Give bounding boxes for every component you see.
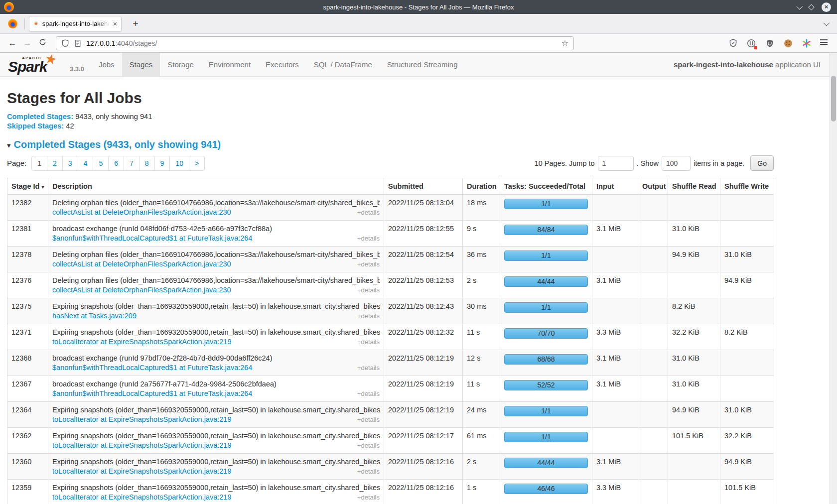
description-cell: Expiring snapshots (older_than=166932055… — [48, 402, 384, 428]
tab-close-icon[interactable]: × — [113, 20, 117, 28]
shuffle-read-cell: 94.9 KiB — [668, 247, 720, 272]
nav-tab-executors[interactable]: Executors — [258, 53, 306, 76]
page-button-6[interactable]: 6 — [108, 156, 124, 170]
callsite-link[interactable]: collectAsList at DeleteOrphanFilesSparkA… — [52, 286, 231, 294]
header-tasks[interactable]: Tasks: Succeeded/Total — [500, 178, 592, 195]
page-button-10[interactable]: 10 — [169, 156, 189, 170]
nav-tab-storage[interactable]: Storage — [160, 53, 201, 76]
tasks-count: 44/44 — [504, 458, 588, 468]
application-name: spark-ingest-into-lakehouse — [674, 60, 773, 69]
caret-down-icon: ▾ — [7, 141, 11, 149]
window-maximize-button[interactable] — [808, 4, 815, 10]
page-button-3[interactable]: 3 — [62, 156, 78, 170]
callsite-link[interactable]: collectAsList at DeleteOrphanFilesSparkA… — [52, 260, 231, 268]
forward-button[interactable]: → — [20, 38, 35, 48]
items-per-page-input[interactable] — [662, 156, 691, 171]
header-description[interactable]: Description — [48, 178, 384, 195]
tasks-count: 84/84 — [504, 225, 588, 235]
header-shuffle-read[interactable]: Shuffle Read — [668, 178, 720, 195]
callsite-link[interactable]: toLocalIterator at ExpireSnapshotsSparkA… — [52, 338, 232, 346]
spark-logo[interactable]: APACHE Spark ★ — [7, 53, 67, 76]
nav-tab-environment[interactable]: Environment — [201, 53, 258, 76]
url-bar[interactable]: 127.0.0.1:4040/stages/ ☆ — [56, 36, 574, 50]
next-page-button[interactable]: > — [189, 156, 204, 170]
header-submitted[interactable]: Submitted — [384, 178, 463, 195]
header-stage-id[interactable]: Stage Id▾ — [7, 178, 48, 195]
callsite-link[interactable]: $anonfun$withThreadLocalCaptured$1 at Fu… — [52, 234, 252, 242]
details-toggle[interactable]: +details — [357, 312, 380, 320]
scrollbar-thumb[interactable] — [831, 76, 836, 122]
reload-button[interactable] — [35, 38, 50, 48]
details-toggle[interactable]: +details — [357, 235, 380, 242]
output-cell — [638, 350, 668, 376]
callsite-link[interactable]: $anonfun$withThreadLocalCaptured$1 at Fu… — [52, 364, 252, 372]
callsite-link[interactable]: toLocalIterator at ExpireSnapshotsSparkA… — [52, 415, 232, 423]
callsite-link[interactable]: toLocalIterator at ExpireSnapshotsSparkA… — [52, 441, 232, 449]
stage-description: Deleting orphan files (older_than=166910… — [52, 199, 380, 207]
completed-stages-section-header[interactable]: ▾Completed Stages (9433, only showing 94… — [7, 139, 774, 150]
nav-tab-structured-streaming[interactable]: Structured Streaming — [380, 53, 465, 76]
stage-description: Deleting orphan files (older_than=166910… — [52, 276, 380, 284]
stage-id-cell: 12368 — [7, 350, 48, 376]
tab-bar: ★ spark-ingest-into-lakehous × + — [0, 14, 837, 34]
new-tab-button[interactable]: + — [129, 18, 142, 29]
stage-description: broadcast exchange (runId 97bdf70e-2f28-… — [52, 354, 380, 362]
page-button-9[interactable]: 9 — [154, 156, 170, 170]
shuffle-read-cell — [668, 454, 720, 480]
submitted-cell: 2022/11/25 08:12:43 — [384, 298, 463, 324]
header-input[interactable]: Input — [592, 178, 638, 195]
page-button-2[interactable]: 2 — [47, 156, 62, 170]
cookie-extension-icon[interactable] — [783, 38, 793, 48]
shield-check-extension-icon[interactable] — [728, 38, 738, 48]
window-minimize-button[interactable] — [797, 3, 803, 9]
details-toggle[interactable]: +details — [357, 494, 380, 501]
callsite-link[interactable]: toLocalIterator at ExpireSnapshotsSparkA… — [52, 493, 232, 501]
nav-tab-jobs[interactable]: Jobs — [91, 53, 122, 76]
stage-description: Expiring snapshots (older_than=166932055… — [52, 484, 380, 492]
details-toggle[interactable]: +details — [357, 390, 380, 397]
header-shuffle-write[interactable]: Shuffle Write — [720, 178, 774, 195]
back-button[interactable]: ← — [5, 38, 20, 48]
shuffle-write-cell: 31.0 KiB — [720, 402, 774, 428]
input-cell — [592, 195, 638, 221]
input-cell: 3.1 MiB — [592, 350, 638, 376]
callsite-link[interactable]: collectAsList at DeleteOrphanFilesSparkA… — [52, 208, 231, 216]
details-toggle[interactable]: +details — [357, 260, 380, 268]
list-all-tabs-button[interactable] — [824, 21, 828, 26]
completed-stages-link[interactable]: Completed Stages: — [7, 113, 73, 121]
colorful-asterisk-extension-icon[interactable] — [802, 38, 812, 48]
details-toggle[interactable]: +details — [357, 338, 380, 346]
nav-tab-stages[interactable]: Stages — [122, 53, 160, 76]
nav-tab-sql-dataframe[interactable]: SQL / DataFrame — [306, 53, 380, 76]
details-toggle[interactable]: +details — [357, 468, 380, 475]
submitted-cell: 2022/11/25 08:12:19 — [384, 376, 463, 402]
details-toggle[interactable]: +details — [357, 442, 380, 449]
page-button-8[interactable]: 8 — [139, 156, 154, 170]
callsite-link[interactable]: toLocalIterator at ExpireSnapshotsSparkA… — [52, 467, 232, 475]
browser-tab[interactable]: ★ spark-ingest-into-lakehous × — [29, 16, 122, 32]
callsite-link[interactable]: $anonfun$withThreadLocalCaptured$1 at Fu… — [52, 389, 252, 397]
skipped-stages-link[interactable]: Skipped Stages: — [7, 122, 64, 130]
details-toggle[interactable]: +details — [357, 286, 380, 294]
page-info-icon[interactable] — [74, 39, 82, 47]
page-button-1[interactable]: 1 — [32, 156, 47, 170]
page-button-5[interactable]: 5 — [93, 156, 108, 170]
menu-button[interactable] — [820, 38, 830, 48]
header-duration[interactable]: Duration — [463, 178, 500, 195]
url-text[interactable]: 127.0.0.1:4040/stages/ — [86, 39, 561, 47]
page-button-7[interactable]: 7 — [124, 156, 139, 170]
header-output[interactable]: Output — [638, 178, 668, 195]
bookmark-star-icon[interactable]: ☆ — [561, 38, 568, 48]
privacy-mask-extension-icon[interactable] — [746, 38, 756, 48]
callsite-link[interactable]: hasNext at Tasks.java:209 — [52, 312, 137, 320]
shield-permissions-icon[interactable] — [61, 39, 69, 47]
window-close-button[interactable]: × — [822, 2, 831, 12]
details-toggle[interactable]: +details — [357, 209, 380, 216]
application-label: spark-ingest-into-lakehouse application … — [674, 60, 830, 69]
details-toggle[interactable]: +details — [357, 416, 380, 423]
ublock-extension-icon[interactable] — [765, 38, 775, 48]
go-button[interactable]: Go — [750, 155, 774, 171]
jump-to-page-input[interactable] — [598, 156, 634, 171]
details-toggle[interactable]: +details — [357, 364, 380, 372]
page-button-4[interactable]: 4 — [78, 156, 93, 170]
